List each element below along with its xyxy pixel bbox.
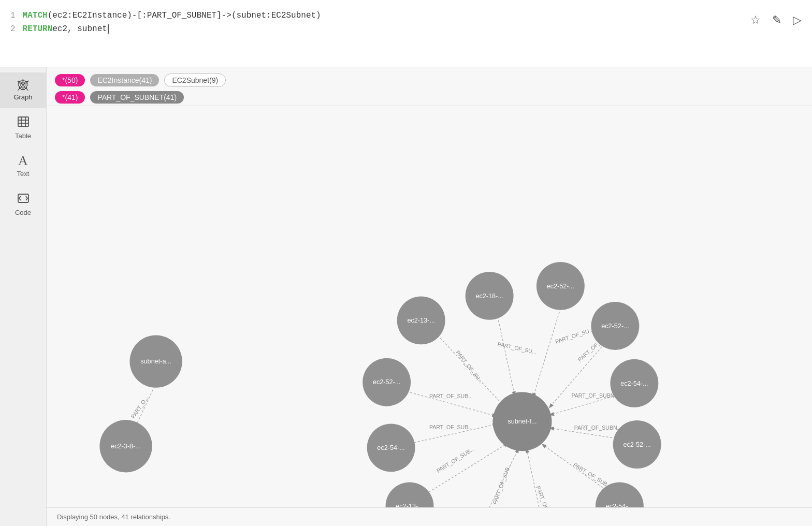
query-editor: 1 MATCH (ec2:EC2Instance)-[:PART_OF_SUBN… [0, 0, 812, 67]
edge-ec2-52a [533, 309, 561, 397]
table-icon [17, 115, 30, 130]
sidebar-label-table: Table [15, 132, 31, 140]
node-label-ec2-52b: ec2-52-... [601, 323, 629, 330]
run-button[interactable]: ▷ [793, 13, 802, 27]
tag-all-50[interactable]: *(50) [55, 74, 85, 86]
edge-label-12: PART_OF_SUB... [491, 462, 512, 505]
edge-ec2-18 [498, 317, 515, 396]
graph-icon: 🕸 [18, 80, 29, 91]
node-label-ec2-52d: ec2-52-... [623, 441, 650, 448]
code-icon [17, 192, 30, 207]
sidebar-item-table[interactable]: Table [0, 108, 46, 147]
query-line-2: 2 RETURN ec2, subnet [10, 23, 750, 36]
line-number-2: 2 [10, 23, 16, 36]
edit-button[interactable]: ✎ [772, 13, 781, 27]
status-text: Displaying 50 nodes, 41 relationships. [57, 513, 170, 521]
keyword-match: MATCH [23, 9, 48, 23]
main-container: 1 MATCH (ec2:EC2Instance)-[:PART_OF_SUBN… [0, 0, 812, 526]
return-vars: ec2, subnet [52, 23, 107, 36]
edge-label-13: PART_OF_SUB... [535, 485, 556, 507]
node-label-ec2-54c: ec2-54-... [606, 503, 633, 507]
bottom-panel: 🕸 Graph Table A Text [0, 67, 812, 526]
edge-label-3: PART_OF_SU... [497, 341, 538, 355]
tag-row-1: *(50) EC2Instance(41) EC2Subnet(9) [55, 74, 804, 87]
node-label-ec2-3-8: ec2-3-8-... [111, 443, 141, 450]
sidebar-item-text[interactable]: A Text [0, 147, 46, 185]
graph-canvas[interactable]: PART_O... PART_OF_SU... PART_OF_SU... PA… [47, 106, 812, 507]
sidebar-label-text: Text [17, 170, 30, 178]
sidebar-label-graph: Graph [13, 93, 32, 101]
sidebar-item-code[interactable]: Code [0, 185, 46, 224]
edge-label-10: PART_OF_SUB... [436, 445, 476, 474]
sidebar: 🕸 Graph Table A Text [0, 67, 47, 526]
text-icon: A [18, 154, 28, 168]
edge-label-6: PART_OF_SUB... [429, 393, 473, 399]
sidebar-item-graph[interactable]: 🕸 Graph [0, 72, 46, 108]
edge-label-8: PART_OF_SUB... [429, 424, 473, 430]
edge-label-2: PART_OF_SU... [455, 349, 484, 385]
edge-ec2-54e [527, 449, 542, 507]
query-line-1: 1 MATCH (ec2:EC2Instance)-[:PART_OF_SUBN… [10, 9, 750, 23]
tag-ec2subnet[interactable]: EC2Subnet(9) [164, 74, 226, 87]
node-label-ec2-52a: ec2-52-... [547, 283, 574, 290]
tag-bar: *(50) EC2Instance(41) EC2Subnet(9) *(41)… [47, 67, 812, 106]
edge-label-1: PART_O... [129, 394, 150, 419]
tag-part-of-subnet[interactable]: PART_OF_SUBNET(41) [90, 91, 184, 104]
node-label-ec2-13b: ec2-13-... [396, 503, 423, 507]
node-label-subnet-a: subnet-a... [140, 358, 171, 365]
query-pattern: (ec2:EC2Instance)-[:PART_OF_SUBNET]->(su… [48, 9, 321, 23]
edge-label-11: PART_OF_SUB... [572, 461, 613, 490]
content-area: *(50) EC2Instance(41) EC2Subnet(9) *(41)… [47, 67, 812, 526]
node-label-ec2-13a: ec2-13-... [407, 317, 434, 324]
tag-rel-41[interactable]: *(41) [55, 91, 85, 104]
node-label-ec2-54a: ec2-54-... [620, 380, 648, 387]
toolbar-icons: ☆ ✎ ▷ [750, 9, 802, 27]
node-label-ec2-54b: ec2-54-... [377, 444, 404, 451]
status-bar: Displaying 50 nodes, 41 relationships. [47, 507, 812, 526]
query-text[interactable]: 1 MATCH (ec2:EC2Instance)-[:PART_OF_SUBN… [10, 9, 750, 36]
tag-ec2instance[interactable]: EC2Instance(41) [90, 74, 159, 86]
sidebar-label-code: Code [15, 209, 31, 216]
line-number-1: 1 [10, 9, 16, 23]
edge-label-4: PART_OF_SU... [555, 326, 594, 344]
node-label-subnet-f: subnet-f... [508, 418, 536, 425]
node-label-ec2-52c: ec2-52-... [373, 378, 400, 386]
text-cursor [108, 24, 109, 34]
keyword-return: RETURN [23, 23, 53, 36]
tag-row-2: *(41) PART_OF_SUBNET(41) [55, 91, 804, 104]
favorite-button[interactable]: ☆ [750, 13, 761, 27]
node-label-ec2-18: ec2-18-... [475, 293, 503, 300]
edge-label-9: PART_OF_SUBN... [574, 425, 622, 431]
svg-rect-0 [18, 117, 28, 126]
graph-svg: PART_O... PART_OF_SU... PART_OF_SU... PA… [47, 106, 812, 507]
